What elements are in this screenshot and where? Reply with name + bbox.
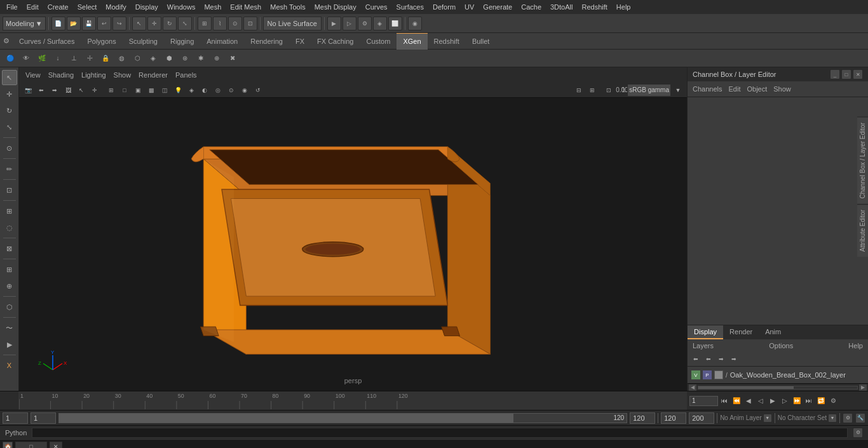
python-input[interactable] [32, 428, 848, 438]
render-sequence-btn[interactable]: ▷ [342, 17, 356, 31]
mode-dropdown[interactable]: Modeling ▼ [3, 17, 46, 31]
snap-grid-btn[interactable]: ⊞ [198, 17, 212, 31]
xgen-icon15[interactable]: ✖ [225, 51, 240, 66]
anim-start-field[interactable] [661, 412, 686, 424]
scale-btn[interactable]: ⤡ [178, 17, 192, 31]
render-settings-btn[interactable]: ⚙ [358, 17, 372, 31]
vp-icon-tex[interactable]: ◫ [158, 84, 171, 97]
curve-btn[interactable]: 〜 [2, 320, 17, 336]
cb-scroll-right[interactable]: ▶ [859, 384, 867, 391]
timeline-ruler[interactable]: 1 10 20 30 40 50 60 70 80 90 100 110 120 [19, 391, 687, 410]
menu-mesh-display[interactable]: Mesh Display [311, 2, 360, 12]
vp-icon-light[interactable]: 💡 [172, 84, 184, 97]
menu-redshift[interactable]: Redshift [578, 2, 611, 12]
python-settings-btn[interactable]: ⚙ [853, 428, 863, 438]
pb-next-key-btn[interactable]: ⏩ [791, 395, 803, 407]
new-file-btn[interactable]: 📄 [51, 17, 65, 31]
xgen-icon8[interactable]: ◍ [114, 51, 129, 66]
tab-redshift[interactable]: Redshift [428, 33, 466, 50]
soft-btn[interactable]: ◌ [2, 220, 17, 235]
layer-tab-display[interactable]: Display [688, 325, 723, 339]
cb-show[interactable]: Show [771, 84, 794, 94]
menu-generate[interactable]: Generate [479, 2, 516, 12]
vp-icon-img[interactable]: 🖼 [62, 84, 74, 97]
layer-name[interactable]: Oak_Wooden_Bread_Box_002_layer [730, 371, 864, 379]
pb-next-btn[interactable]: ▷ [779, 395, 790, 407]
tab-custom[interactable]: Custom [360, 33, 397, 50]
pb-loop-btn[interactable]: 🔁 [815, 395, 827, 407]
pb-end-btn[interactable]: ⏭ [803, 395, 815, 407]
vp-icon-isolate[interactable]: ⊟ [573, 84, 585, 97]
select-btn[interactable]: ↖ [2, 70, 17, 85]
xgen-icon1[interactable]: 🔵 [3, 51, 18, 66]
prefs-btn[interactable]: 🔧 [855, 413, 865, 423]
scale-btn-left[interactable]: ⤡ [2, 119, 17, 135]
menu-display[interactable]: Display [132, 2, 162, 12]
anim-layer-dropdown[interactable]: ▼ [763, 414, 772, 423]
vp-icon-ao[interactable]: ⊙ [225, 84, 238, 97]
xgen-icon3[interactable]: 🌿 [34, 51, 50, 66]
cb-channels[interactable]: Channels [690, 84, 724, 94]
vp-menu-view[interactable]: View [23, 70, 43, 80]
vp-icon-sel[interactable]: ↖ [75, 84, 88, 97]
menu-mesh-tools[interactable]: Mesh Tools [266, 2, 309, 12]
menu-curves[interactable]: Curves [362, 2, 391, 12]
vp-menu-renderer[interactable]: Renderer [136, 70, 170, 80]
open-file-btn[interactable]: 📂 [67, 17, 81, 31]
rotate-btn-left[interactable]: ↻ [2, 103, 17, 118]
xgen-icon7[interactable]: 🔒 [98, 51, 113, 66]
xgen-icon2[interactable]: 👁 [18, 51, 34, 66]
pb-settings-btn[interactable]: ⚙ [827, 395, 839, 407]
vp-icon-gate[interactable]: ⊡ [602, 84, 615, 97]
vp-menu-lighting[interactable]: Lighting [79, 70, 109, 80]
snap-point-btn[interactable]: ⊙ [228, 17, 242, 31]
extra-btn1[interactable]: ◉ [408, 17, 422, 31]
menu-help[interactable]: Help [613, 2, 635, 12]
lasso-btn[interactable]: ⊙ [2, 140, 17, 156]
edge-tab-attribute[interactable]: Attribute Editor [857, 204, 868, 257]
pb-start-btn[interactable]: ⏮ [719, 395, 730, 407]
layers-opt-options[interactable]: Options [766, 341, 796, 351]
render-btn-left[interactable]: ▶ [2, 337, 17, 352]
menu-surfaces[interactable]: Surfaces [393, 2, 428, 12]
tab-curves-surfaces[interactable]: Curves / Surfaces [13, 33, 81, 50]
xgen-icon4[interactable]: ↓ [50, 51, 65, 66]
paint-btn[interactable]: ✏ [2, 161, 17, 177]
taskbar-close1[interactable]: ✕ [50, 442, 62, 449]
vp-menu-show[interactable]: Show [111, 70, 134, 80]
viewport-canvas[interactable]: persp X Z Y [19, 98, 687, 391]
rotate-btn[interactable]: ↻ [163, 17, 177, 31]
hud-btn[interactable]: ⚙ [843, 413, 853, 423]
vp-menu-shading[interactable]: Shading [46, 70, 76, 80]
layers-opt-help[interactable]: Help [846, 341, 865, 351]
tab-rigging[interactable]: Rigging [164, 33, 200, 50]
vp-icon-next[interactable]: ➡ [48, 84, 61, 97]
taskbar-window1[interactable]: □ [15, 442, 47, 449]
show-hide-btn[interactable]: ⊠ [2, 241, 17, 256]
menu-uv[interactable]: UV [461, 2, 478, 12]
vp-icon-wire[interactable]: □ [118, 84, 131, 97]
menu-modify[interactable]: Modify [102, 2, 130, 12]
layer-color-swatch[interactable] [714, 370, 723, 379]
menu-file[interactable]: File [3, 2, 22, 12]
menu-windows[interactable]: Windows [163, 2, 200, 12]
menu-select[interactable]: Select [74, 2, 101, 12]
snap-curve-btn[interactable]: ⌇ [213, 17, 227, 31]
select-tool-btn[interactable]: ↖ [132, 17, 146, 31]
char-set-dropdown[interactable]: ▼ [828, 414, 837, 423]
cb-max-btn[interactable]: □ [841, 69, 851, 79]
tab-rendering[interactable]: Rendering [244, 33, 289, 50]
uv-editor-btn[interactable]: ⬜ [388, 17, 402, 31]
xgen-icon10[interactable]: ◈ [146, 51, 161, 66]
xgen-icon13[interactable]: ✱ [193, 51, 208, 66]
tab-polygons[interactable]: Polygons [81, 33, 122, 50]
snap-btn[interactable]: ⊞ [2, 203, 17, 219]
layer-new-btn4[interactable]: ➡ [728, 353, 740, 365]
vp-icon-xray[interactable]: ◈ [185, 84, 198, 97]
menu-3dtall[interactable]: 3DtoAll [546, 2, 576, 12]
cb-min-btn[interactable]: _ [830, 69, 840, 79]
tab-sculpting[interactable]: Sculpting [123, 33, 164, 50]
xgen-icon12[interactable]: ⊛ [177, 51, 193, 66]
vp-menu-panels[interactable]: Panels [173, 70, 200, 80]
vp-icon-shade[interactable]: ▩ [145, 84, 158, 97]
